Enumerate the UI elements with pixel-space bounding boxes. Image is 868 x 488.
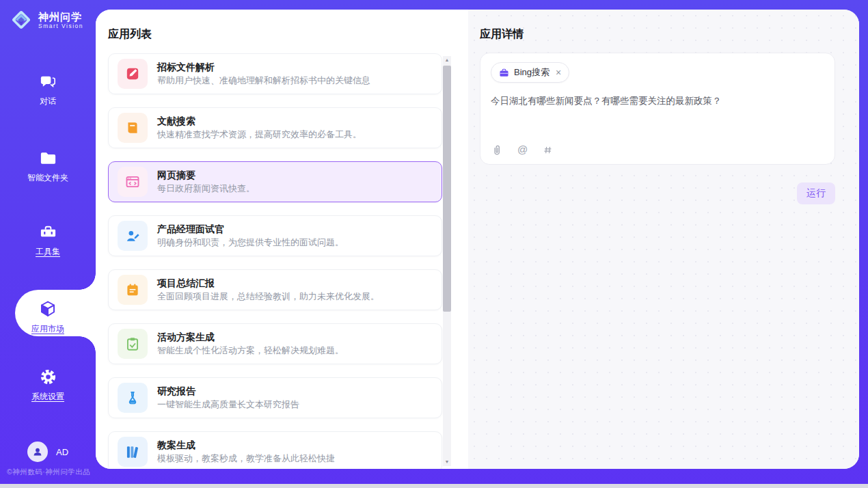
sidebar-item-label: 应用市场: [31, 323, 64, 335]
bubble-notch-bottom: [79, 336, 96, 353]
prompt-card: Bing搜索 × 今日湖北有哪些新闻要点？有哪些需要关注的最新政策？ @: [480, 53, 835, 165]
app-desc: 帮助用户快速、准确地理解和解析招标书中的关键信息: [157, 75, 370, 86]
tag-close-icon[interactable]: ×: [556, 68, 561, 77]
sidebar-item-label: 对话: [40, 96, 56, 107]
scrollbar-down-icon[interactable]: ▼: [443, 458, 451, 466]
window-bottom-strip: [0, 484, 868, 488]
app-desc: 每日政府新闻资讯快查。: [157, 183, 255, 194]
app-card[interactable]: 招标文件解析帮助用户快速、准确地理解和解析招标书中的关键信息: [108, 53, 442, 94]
scrollbar[interactable]: ▲ ▼: [443, 56, 451, 466]
toolbox-icon: [39, 223, 57, 241]
app-list-panel: 应用列表 招标文件解析帮助用户快速、准确地理解和解析招标书中的关键信息文献搜索快…: [96, 10, 468, 469]
cube-icon: [38, 299, 57, 318]
interviewer-icon: [118, 221, 148, 251]
sidebar-item-2[interactable]: 智能文件夹: [0, 149, 96, 184]
user-row[interactable]: AD: [0, 442, 96, 462]
scrollbar-thumb[interactable]: [443, 66, 451, 312]
app-list-title: 应用列表: [108, 27, 468, 42]
input-toolbar: @: [491, 144, 824, 156]
app-card-list: 招标文件解析帮助用户快速、准确地理解和解析招标书中的关键信息文献搜索快速精准查找…: [108, 53, 442, 469]
browser-icon: [118, 167, 148, 197]
copyright-footer: ©神州数码·神州问学出品: [7, 467, 90, 477]
app-desc: 一键智能生成高质量长文本研究报告: [157, 399, 299, 410]
app-desc: 快速精准查找学术资源，提高研究效率的必备工具。: [157, 129, 362, 140]
brand-tagline: Smart Vision: [38, 23, 83, 29]
app-card[interactable]: 教案生成模板驱动，教案秒成，教学准备从此轻松快捷: [108, 431, 442, 469]
sidebar-item-1[interactable]: 对话: [0, 72, 96, 107]
scrollbar-up-icon[interactable]: ▲: [443, 56, 451, 64]
app-detail-title: 应用详情: [480, 27, 835, 42]
run-button[interactable]: 运行: [797, 182, 835, 204]
run-row: 运行: [480, 182, 835, 204]
briefcase-icon: [499, 68, 509, 78]
bubble-notch-top: [79, 273, 96, 290]
sidebar-item-5[interactable]: 系统设置: [0, 368, 96, 403]
sidebar-item-label: 智能文件夹: [27, 172, 68, 184]
brand-logo: 神州问学 Smart Vision: [10, 8, 83, 31]
chat-icon: [39, 72, 57, 91]
hash-icon[interactable]: [542, 144, 554, 156]
doc-edit-icon: [118, 59, 148, 89]
app-name: 产品经理面试官: [157, 223, 344, 235]
paperclip-icon[interactable]: [491, 144, 503, 156]
tool-tag-label: Bing搜索: [514, 66, 550, 79]
sidebar-item-4[interactable]: 应用市场: [0, 299, 96, 335]
user-initials: AD: [56, 447, 68, 457]
app-name: 招标文件解析: [157, 62, 370, 73]
query-input[interactable]: 今日湖北有哪些新闻要点？有哪些需要关注的最新政策？: [491, 94, 824, 144]
brand-gem-icon: [10, 8, 33, 31]
app-card[interactable]: 活动方案生成智能生成个性化活动方案，轻松解决规划难题。: [108, 323, 442, 364]
app-desc: 明确身份和职责，为您提供专业性的面试问题。: [157, 237, 344, 248]
app-name: 网页摘要: [157, 170, 255, 181]
sidebar-item-label: 系统设置: [31, 391, 64, 403]
sidebar: 神州问学 Smart Vision 对话智能文件夹工具集应用市场系统设置 AD: [0, 0, 96, 484]
tool-tag-bing[interactable]: Bing搜索 ×: [491, 62, 569, 83]
avatar[interactable]: [27, 442, 48, 462]
gear-icon: [39, 368, 57, 386]
research-icon: [118, 383, 148, 413]
app-detail-panel: 应用详情 Bing搜索 × 今日湖北有哪些新闻要点？有哪些需要关注的最新政策？ …: [468, 10, 859, 469]
brand-name: 神州问学: [38, 11, 83, 23]
app-card[interactable]: 网页摘要每日政府新闻资讯快查。: [108, 161, 442, 202]
app-name: 活动方案生成: [157, 331, 344, 343]
app-name: 项目总结汇报: [157, 277, 379, 289]
at-icon[interactable]: @: [517, 144, 528, 156]
app-desc: 智能生成个性化活动方案，轻松解决规划难题。: [157, 345, 344, 356]
app-card[interactable]: 研究报告一键智能生成高质量长文本研究报告: [108, 377, 442, 418]
note-icon: [118, 275, 148, 305]
app-name: 文献搜索: [157, 116, 362, 127]
clipboard-icon: [118, 329, 148, 359]
app-desc: 模板驱动，教案秒成，教学准备从此轻松快捷: [157, 453, 335, 464]
sidebar-item-label: 工具集: [36, 246, 60, 258]
book-icon: [118, 113, 148, 143]
app-name: 教案生成: [157, 439, 335, 451]
sidebar-item-3[interactable]: 工具集: [0, 223, 96, 258]
app-card[interactable]: 文献搜索快速精准查找学术资源，提高研究效率的必备工具。: [108, 107, 442, 148]
app-card[interactable]: 产品经理面试官明确身份和职责，为您提供专业性的面试问题。: [108, 215, 442, 256]
app-name: 研究报告: [157, 385, 299, 397]
main-panel: 应用列表 招标文件解析帮助用户快速、准确地理解和解析招标书中的关键信息文献搜索快…: [96, 10, 859, 469]
app-desc: 全面回顾项目进展，总结经验教训，助力未来优化发展。: [157, 291, 379, 302]
app-card[interactable]: 项目总结汇报全面回顾项目进展，总结经验教训，助力未来优化发展。: [108, 269, 442, 310]
books-icon: [118, 437, 148, 467]
folder-icon: [39, 149, 57, 167]
